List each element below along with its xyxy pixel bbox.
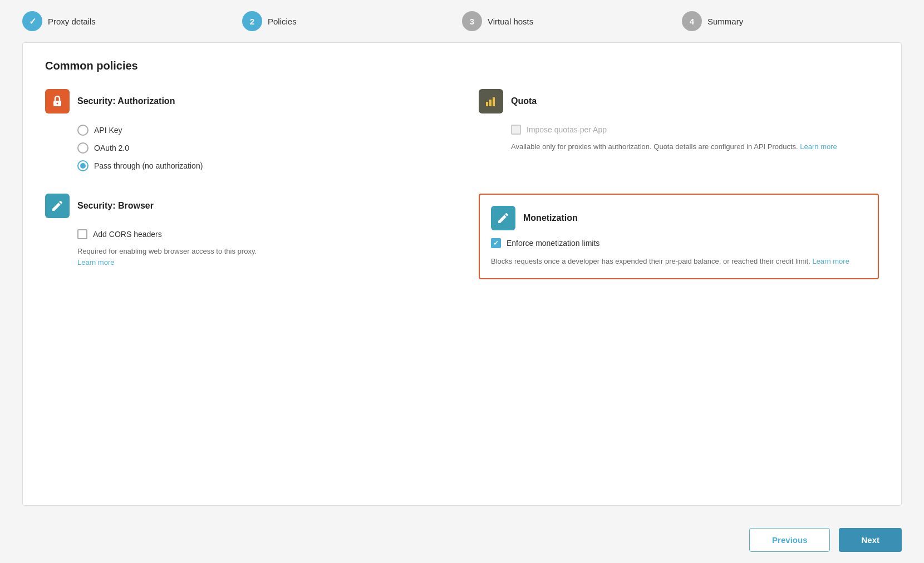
- step-3-number: 3: [470, 17, 474, 26]
- monetization-checkbox-box: [491, 238, 501, 248]
- quota-description: Available only for proxies with authoriz…: [479, 141, 879, 152]
- quota-header: Quota: [479, 89, 879, 113]
- policies-card: Common policies Security: Authorization: [22, 42, 902, 506]
- monetization-header: Monetization: [491, 206, 867, 230]
- stepper: ✓ Proxy details 2 Policies 3 Virtual hos…: [0, 0, 924, 42]
- monetization-checkbox-label: Enforce monetization limits: [507, 239, 599, 248]
- step-3-label: Virtual hosts: [488, 17, 533, 26]
- radio-api-key-circle: [77, 125, 89, 136]
- cors-description: Required for enabling web browser access…: [45, 246, 445, 268]
- security-authorization-section: Security: Authorization API Key OAuth 2.…: [45, 89, 445, 171]
- svg-rect-2: [486, 102, 488, 106]
- radio-pass-through-circle: [77, 160, 89, 171]
- security-authorization-header: Security: Authorization: [45, 89, 445, 113]
- security-browser-title: Security: Browser: [77, 201, 154, 211]
- lock-icon: [51, 95, 64, 108]
- step-1-label: Proxy details: [48, 17, 96, 26]
- radio-api-key[interactable]: API Key: [77, 125, 445, 136]
- step-4-circle: 4: [682, 11, 702, 31]
- radio-oauth-label: OAuth 2.0: [94, 144, 129, 152]
- radio-api-key-label: API Key: [94, 126, 122, 135]
- svg-rect-3: [489, 100, 492, 106]
- step-virtual-hosts: 3 Virtual hosts: [462, 11, 682, 31]
- security-browser-section: Security: Browser Add CORS headers Requi…: [45, 194, 445, 279]
- step-2-number: 2: [250, 17, 254, 26]
- policies-grid: Security: Authorization API Key OAuth 2.…: [45, 89, 879, 279]
- checkmark-icon: ✓: [29, 16, 36, 27]
- radio-oauth[interactable]: OAuth 2.0: [77, 142, 445, 154]
- bottom-navigation: Previous Next: [0, 517, 924, 563]
- pencil-icon: [51, 199, 64, 213]
- previous-button[interactable]: Previous: [749, 528, 830, 552]
- monetization-description: Blocks requests once a developer has exp…: [491, 256, 867, 267]
- monetization-box: Monetization Enforce monetization limits…: [479, 194, 879, 279]
- radio-pass-through[interactable]: Pass through (no authorization): [77, 160, 445, 171]
- monetization-icon: [491, 206, 515, 230]
- monetization-title: Monetization: [523, 213, 578, 223]
- cors-checkbox-label: Add CORS headers: [93, 230, 162, 239]
- monetization-pencil-icon: [497, 211, 510, 225]
- quota-checkbox-label: Impose quotas per App: [527, 125, 607, 134]
- step-3-circle: 3: [462, 11, 482, 31]
- cors-checkbox[interactable]: Add CORS headers: [45, 229, 445, 239]
- step-2-label: Policies: [268, 17, 297, 26]
- step-policies: 2 Policies: [242, 11, 462, 31]
- radio-pass-through-label: Pass through (no authorization): [94, 161, 203, 170]
- step-proxy-details: ✓ Proxy details: [22, 11, 242, 31]
- security-browser-header: Security: Browser: [45, 194, 445, 218]
- cors-checkbox-box: [77, 229, 87, 239]
- quota-icon: [479, 89, 503, 113]
- step-1-circle: ✓: [22, 11, 42, 31]
- main-content: Common policies Security: Authorization: [0, 42, 924, 517]
- quota-section: Quota Impose quotas per App Available on…: [479, 89, 879, 171]
- auth-radio-group: API Key OAuth 2.0 Pass through (no autho…: [45, 125, 445, 171]
- monetization-section: Monetization Enforce monetization limits…: [479, 194, 879, 279]
- svg-point-1: [57, 103, 58, 105]
- monetization-checkbox[interactable]: Enforce monetization limits: [491, 238, 867, 248]
- next-button[interactable]: Next: [839, 528, 902, 552]
- monetization-learn-more[interactable]: Learn more: [812, 257, 849, 265]
- svg-rect-4: [493, 97, 495, 106]
- quota-checkbox[interactable]: Impose quotas per App: [479, 125, 879, 135]
- step-summary: 4 Summary: [682, 11, 902, 31]
- step-4-label: Summary: [707, 17, 743, 26]
- security-auth-title: Security: Authorization: [77, 96, 175, 106]
- quota-title: Quota: [511, 96, 537, 106]
- security-browser-icon: [45, 194, 70, 218]
- security-auth-icon: [45, 89, 70, 113]
- card-title: Common policies: [45, 60, 879, 72]
- bars-icon: [484, 95, 498, 108]
- quota-learn-more[interactable]: Learn more: [800, 142, 837, 151]
- quota-checkbox-box: [511, 125, 521, 135]
- step-4-number: 4: [690, 17, 694, 26]
- step-2-circle: 2: [242, 11, 262, 31]
- radio-oauth-circle: [77, 142, 89, 154]
- cors-learn-more[interactable]: Learn more: [77, 258, 114, 266]
